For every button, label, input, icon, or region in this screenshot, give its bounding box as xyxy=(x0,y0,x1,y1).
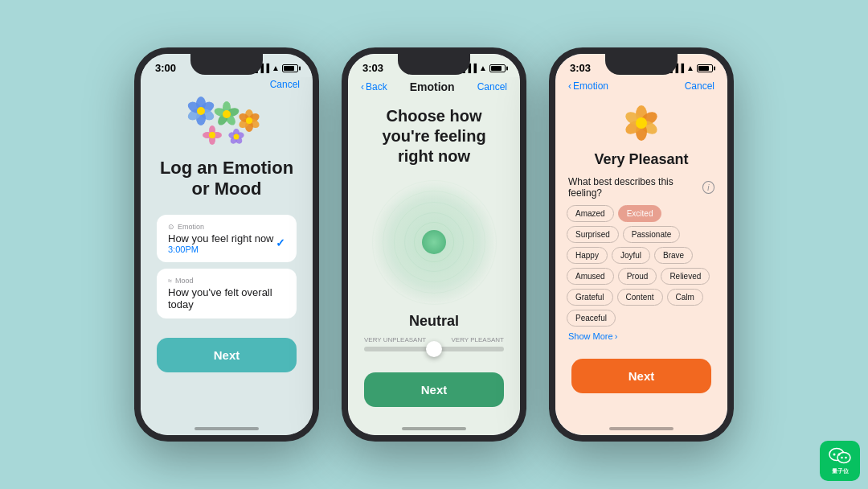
next-btn-3[interactable]: Next xyxy=(571,359,711,393)
status-bar-3: 3:03 ▐▐▐ ▲ xyxy=(555,54,727,77)
nav-bar-3: ‹ Emotion Cancel xyxy=(555,77,727,97)
back-btn-3[interactable]: ‹ Emotion xyxy=(568,80,608,92)
time-3: 3:03 xyxy=(570,62,591,74)
emotion-label: ⊙ Emotion xyxy=(168,223,285,231)
chevron-left-icon-3: ‹ xyxy=(568,80,571,92)
tag-calm[interactable]: Calm xyxy=(667,289,703,306)
flowers-svg xyxy=(186,97,267,153)
mood-option-text: How you've felt overall today xyxy=(168,286,285,310)
status-icons-2: ▐▐▐ ▲ xyxy=(460,64,506,72)
slider-track[interactable] xyxy=(364,347,504,351)
slider-right-label: VERY PLEASANT xyxy=(451,336,504,343)
tag-amused[interactable]: Amused xyxy=(567,268,614,285)
slider-left-label: VERY UNPLEASANT xyxy=(364,336,426,343)
show-more-label: Show More xyxy=(568,331,613,341)
chevron-right-icon: › xyxy=(615,331,618,341)
silent-switch-2 xyxy=(342,102,342,125)
status-icons-3: ▐▐▐ ▲ xyxy=(667,64,713,72)
svg-point-41 xyxy=(838,454,841,456)
slider-thumb[interactable] xyxy=(426,341,442,357)
status-bar-1: 3:00 ▐▐▐ ▲ xyxy=(141,54,313,77)
tag-surprised[interactable]: Surprised xyxy=(567,226,619,243)
next-btn-2[interactable]: Next xyxy=(364,372,504,407)
phone-1: 3:00 ▐▐▐ ▲ Cancel xyxy=(134,47,319,442)
tag-brave[interactable]: Brave xyxy=(654,247,693,264)
signal-icon-2: ▐▐▐ xyxy=(460,64,477,72)
home-indicator-1 xyxy=(194,427,259,430)
wifi-icon-3: ▲ xyxy=(686,64,694,72)
silent-switch-3 xyxy=(549,102,550,125)
phone1-content: Log an Emotion or Mood ⊙ Emotion How you… xyxy=(141,158,313,372)
emotion-icon: ⊙ xyxy=(168,223,174,231)
tag-joyful[interactable]: Joyful xyxy=(612,247,650,264)
home-indicator-2 xyxy=(402,427,466,430)
phone-3: 3:03 ▐▐▐ ▲ ‹ Emotion Cancel xyxy=(549,47,734,442)
tag-peaceful[interactable]: Peaceful xyxy=(567,310,616,327)
phone3-btn-container: Next xyxy=(555,346,727,393)
dial-label: Neutral xyxy=(348,313,520,330)
svg-point-6 xyxy=(197,107,205,115)
question-row: What best describes this feeling? i xyxy=(555,176,727,199)
mood-label: ≈ Mood xyxy=(168,277,285,285)
tag-relieved[interactable]: Relieved xyxy=(661,268,710,285)
phones-container: 3:00 ▐▐▐ ▲ Cancel xyxy=(134,47,734,442)
tag-amazed[interactable]: Amazed xyxy=(567,205,614,222)
tag-passionate[interactable]: Passionate xyxy=(623,226,680,243)
phone1-title: Log an Emotion or Mood xyxy=(157,158,297,200)
signal-icon: ▐▐▐ xyxy=(252,64,269,72)
wechat-badge: 量子位 xyxy=(820,441,860,481)
tag-content[interactable]: Content xyxy=(617,289,663,306)
tag-grateful[interactable]: Grateful xyxy=(567,289,613,306)
dial-center xyxy=(422,230,446,254)
phone-1-screen: 3:00 ▐▐▐ ▲ Cancel xyxy=(141,54,313,435)
status-icons-1: ▐▐▐ ▲ xyxy=(252,64,298,72)
battery-icon-2 xyxy=(489,64,506,72)
volume-up-3 xyxy=(549,134,550,168)
volume-up xyxy=(134,134,135,168)
checkmark-icon: ✓ xyxy=(276,236,285,249)
volume-up-2 xyxy=(342,134,342,168)
emotion-option[interactable]: ⊙ Emotion How you feel right now 3:00PM … xyxy=(157,215,297,262)
info-icon[interactable]: i xyxy=(702,181,714,194)
mood-option[interactable]: ≈ Mood How you've felt overall today xyxy=(157,269,297,318)
svg-point-43 xyxy=(845,457,847,459)
tag-happy[interactable]: Happy xyxy=(567,247,608,264)
wifi-icon: ▲ xyxy=(272,64,280,72)
svg-point-12 xyxy=(223,110,231,118)
cancel-btn-1[interactable]: Cancel xyxy=(141,77,313,90)
tag-excited[interactable]: Excited xyxy=(618,205,662,222)
phone-3-screen: 3:03 ▐▐▐ ▲ ‹ Emotion Cancel xyxy=(555,54,727,435)
emotion-dial[interactable] xyxy=(370,178,498,306)
volume-down-3 xyxy=(549,176,550,210)
back-btn-2[interactable]: ‹ Back xyxy=(361,81,387,92)
phone2-btn-container: Next xyxy=(348,360,520,407)
status-bar-2: 3:03 ▐▐▐ ▲ xyxy=(348,54,520,77)
svg-point-19 xyxy=(246,117,252,124)
phone-2-screen: 3:03 ▐▐▐ ▲ ‹ Back Emotion Cancel Choose … xyxy=(348,54,520,435)
phone3-flower xyxy=(555,103,727,146)
mood-option-main: How you've felt overall today xyxy=(168,286,285,310)
cancel-btn-2[interactable]: Cancel xyxy=(477,81,507,92)
wechat-label: 量子位 xyxy=(832,467,849,475)
svg-point-40 xyxy=(833,454,836,456)
cancel-btn-3[interactable]: Cancel xyxy=(685,80,714,92)
volume-down-2 xyxy=(342,176,342,210)
svg-point-37 xyxy=(636,117,647,129)
chevron-left-icon: ‹ xyxy=(361,81,364,92)
orange-flower-svg xyxy=(621,103,661,143)
nav-bar-2: ‹ Back Emotion Cancel xyxy=(348,77,520,98)
battery-icon-1 xyxy=(282,64,298,72)
question-text: What best describes this feeling? xyxy=(568,176,702,199)
time-1: 3:00 xyxy=(155,62,176,74)
volume-down xyxy=(134,176,135,210)
flower-cluster xyxy=(141,97,313,153)
signal-icon-3: ▐▐▐ xyxy=(667,64,684,72)
show-more-btn[interactable]: Show More › xyxy=(555,327,727,346)
battery-icon-3 xyxy=(697,64,713,72)
tag-proud[interactable]: Proud xyxy=(618,268,657,285)
phone-2: 3:03 ▐▐▐ ▲ ‹ Back Emotion Cancel Choose … xyxy=(342,47,526,442)
wechat-icon xyxy=(829,446,851,466)
svg-point-30 xyxy=(234,134,240,140)
next-btn-1[interactable]: Next xyxy=(157,338,297,372)
home-indicator-3 xyxy=(609,427,674,430)
